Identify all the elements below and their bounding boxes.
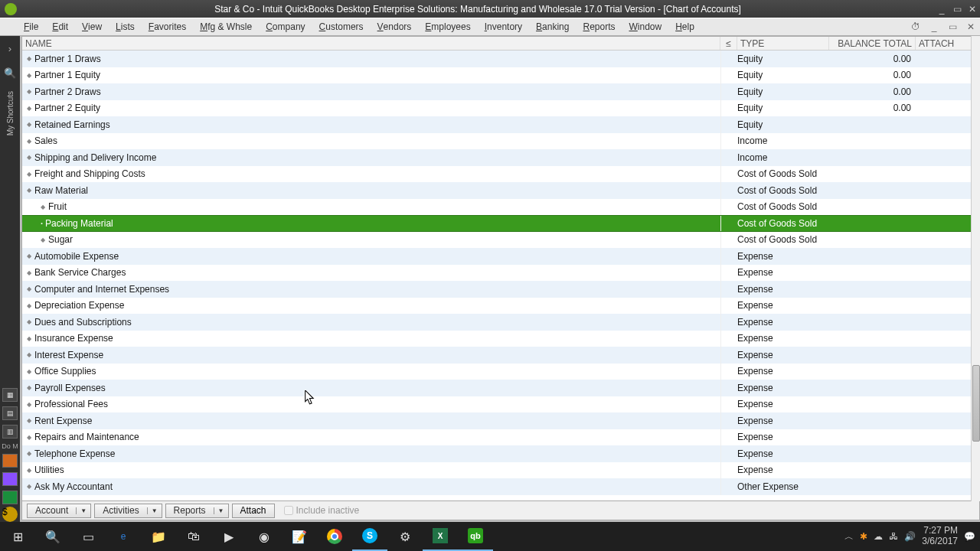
account-row[interactable]: ◆Rent ExpenseExpense [22, 412, 979, 429]
task-view-icon[interactable]: ▭ [70, 522, 106, 551]
file-explorer-icon[interactable]: 📁 [141, 522, 176, 551]
media-player-icon[interactable]: ▶ [211, 522, 247, 551]
account-row[interactable]: ◆SalesIncome [22, 133, 979, 150]
vertical-scrollbar[interactable] [971, 36, 980, 501]
tray-onedrive-icon[interactable]: ☁ [874, 531, 883, 542]
store-icon[interactable]: 🛍 [176, 522, 211, 551]
activities-menu-button[interactable]: Activities▼ [94, 504, 162, 518]
expand-sidebar-button[interactable]: › [1, 39, 19, 57]
shortcut-orange[interactable] [2, 454, 18, 468]
shortcut-app-2[interactable]: ▤ [2, 406, 18, 420]
search-icon[interactable]: 🔍 [1, 64, 19, 82]
menu-help[interactable]: Help [668, 18, 701, 35]
account-row[interactable]: ◆Interest ExpenseExpense [22, 347, 979, 364]
account-name-label: Bank Service Charges [34, 267, 126, 278]
account-row[interactable]: ◆Bank Service ChargesExpense [22, 265, 979, 282]
account-row[interactable]: ◆Partner 1 EquityEquity0.00 [22, 67, 979, 84]
maximize-button[interactable]: ▭ [949, 2, 965, 17]
quickbooks-icon[interactable]: qb [458, 522, 493, 551]
tray-chevron-up-icon[interactable]: ︿ [844, 530, 854, 543]
account-row[interactable]: ◆Payroll ExpensesExpense [22, 380, 979, 396]
chrome-icon[interactable] [317, 522, 352, 551]
excel-icon[interactable]: X [423, 522, 458, 551]
menu-view[interactable]: View [75, 18, 109, 35]
account-row[interactable]: ◆Repairs and MaintenanceExpense [22, 429, 979, 446]
account-type-label: Equity [737, 103, 829, 113]
tray-network-icon[interactable]: 🖧 [889, 531, 898, 542]
attach-button[interactable]: Attach [232, 504, 275, 518]
tray-volume-icon[interactable]: 🔊 [904, 531, 916, 542]
shortcut-gold-circle[interactable]: $ [2, 507, 18, 522]
account-row[interactable]: ◆Partner 2 DrawsEquity0.00 [22, 83, 979, 100]
account-row[interactable]: ◆Telephone ExpenseExpense [22, 445, 979, 462]
account-row[interactable]: ◆Ask My AccountantOther Expense [22, 478, 979, 495]
menu-reports[interactable]: Reports [576, 18, 622, 35]
skype-icon[interactable]: S [352, 522, 387, 551]
account-row[interactable]: ◆Insurance ExpenseExpense [22, 331, 979, 347]
account-row[interactable]: ◆SugarCost of Goods Sold [22, 232, 979, 249]
child-close-icon[interactable]: ✕ [963, 19, 978, 34]
shortcut-purple[interactable] [2, 472, 18, 486]
column-header-name[interactable]: NAME [22, 37, 720, 50]
menu-inventory[interactable]: Inventory [478, 18, 529, 35]
account-row[interactable]: ◆Partner 1 DrawsEquity0.00 [22, 51, 979, 67]
menu-favorites[interactable]: Favorites [142, 18, 193, 35]
account-menu-button[interactable]: Account▼ [27, 504, 91, 518]
include-inactive-input[interactable] [284, 506, 293, 515]
column-header-balance[interactable]: BALANCE TOTAL [829, 37, 916, 50]
shortcut-app-3[interactable]: ▥ [2, 425, 18, 439]
account-row[interactable]: ◆Automobile ExpenseExpense [22, 248, 979, 265]
account-row[interactable]: ◆Depreciation ExpenseExpense [22, 298, 979, 315]
column-header-attach[interactable]: ATTACH [916, 37, 979, 50]
child-minimize-icon[interactable]: _ [926, 19, 942, 34]
tray-notifications-icon[interactable]: 💬 [964, 531, 975, 542]
account-row[interactable]: ◆Retained EarningsEquity [22, 116, 979, 133]
obs-icon[interactable]: ◉ [247, 522, 282, 551]
account-row[interactable]: ◆Professional FeesExpense [22, 396, 979, 413]
menu-vendors[interactable]: Vendors [371, 18, 419, 35]
accounts-list: ◆Partner 1 DrawsEquity0.00◆Partner 1 Equ… [22, 51, 979, 500]
tray-date[interactable]: 3/6/2017 [922, 536, 958, 547]
account-row[interactable]: ◆FruitCost of Goods Sold [22, 199, 979, 216]
my-shortcuts-label[interactable]: My Shortcuts [6, 91, 15, 135]
menu-edit[interactable]: Edit [45, 18, 75, 35]
menu-window[interactable]: Window [622, 18, 668, 35]
account-row[interactable]: ◆Freight and Shipping CostsCost of Goods… [22, 166, 979, 183]
account-row[interactable]: ◆Partner 2 EquityEquity0.00 [22, 100, 979, 117]
edge-browser-icon[interactable]: e [106, 522, 141, 551]
column-header-lightning[interactable]: ≤ [720, 37, 737, 50]
system-tray[interactable]: ︿ ✱ ☁ 🖧 🔊 7:27 PM 3/6/2017 💬 [844, 526, 980, 547]
account-row[interactable]: ◆Computer and Internet ExpensesExpense [22, 281, 979, 298]
menu-employees[interactable]: Employees [418, 18, 477, 35]
menu-file[interactable]: File [17, 18, 45, 35]
shortcut-app-1[interactable]: ▦ [2, 388, 18, 402]
menu-banking[interactable]: Banking [529, 18, 576, 35]
tray-time[interactable]: 7:27 PM [923, 526, 958, 536]
menu-mfg---whsle[interactable]: Mfg & Whsle [193, 18, 259, 35]
reminders-icon[interactable]: ⏱ [908, 19, 923, 34]
tray-avast-icon[interactable]: ✱ [860, 531, 867, 542]
close-button[interactable]: ✕ [965, 2, 980, 17]
scrollbar-thumb[interactable] [972, 365, 980, 442]
account-row[interactable]: ·Packing MaterialCost of Goods Sold [22, 215, 979, 232]
column-header-type[interactable]: TYPE [737, 37, 829, 50]
menu-company[interactable]: Company [259, 18, 312, 35]
account-row[interactable]: ◆Shipping and Delivery IncomeIncome [22, 149, 979, 166]
account-row[interactable]: ◆UtilitiesExpense [22, 462, 979, 479]
start-button[interactable]: ⊞ [0, 522, 35, 551]
menu-customers[interactable]: Customers [312, 18, 371, 35]
child-restore-icon[interactable]: ▭ [945, 19, 960, 34]
account-type-label: Expense [737, 448, 829, 459]
account-row[interactable]: ◆Raw MaterialCost of Goods Sold [22, 182, 979, 199]
account-balance-label: 0.00 [829, 86, 916, 97]
account-row[interactable]: ◆Office SuppliesExpense [22, 364, 979, 380]
include-inactive-checkbox[interactable]: Include inactive [284, 505, 360, 516]
minimize-button[interactable]: _ [934, 2, 949, 17]
account-row[interactable]: ◆Dues and SubscriptionsExpense [22, 314, 979, 331]
sticky-notes-icon[interactable]: 📝 [282, 522, 317, 551]
settings-icon[interactable]: ⚙ [387, 522, 423, 551]
shortcut-green[interactable] [2, 491, 18, 504]
reports-menu-button[interactable]: Reports▼ [165, 504, 229, 518]
menu-lists[interactable]: Lists [109, 18, 142, 35]
search-taskbar-icon[interactable]: 🔍 [35, 522, 70, 551]
